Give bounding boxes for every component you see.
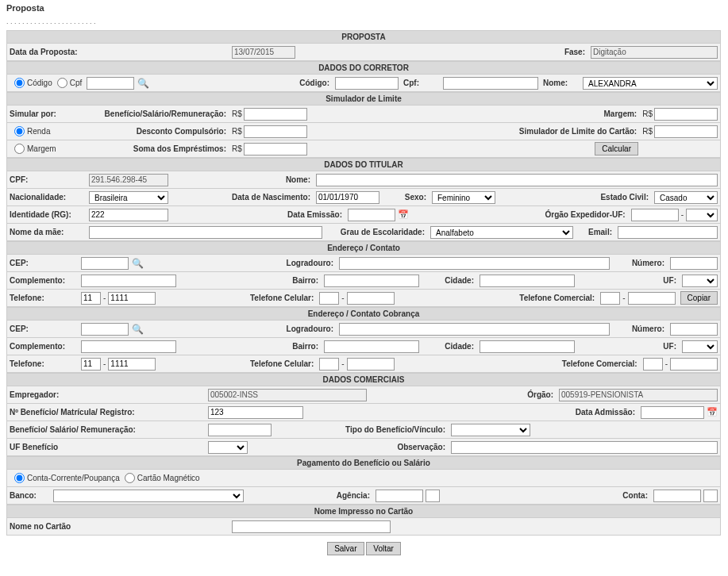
input-admissao[interactable]	[641, 406, 704, 419]
input-data-proposta	[232, 46, 295, 59]
label-radio-cartao-mag: Cartão Magnético	[137, 474, 200, 482]
input-complemento-cob[interactable]	[81, 340, 176, 353]
input-logradouro-cob[interactable]	[339, 323, 610, 336]
select-banco[interactable]	[53, 490, 244, 502]
section-pagamento: Pagamento do Benefício ou Salário	[6, 456, 721, 470]
input-remun[interactable]	[208, 424, 272, 436]
input-cep[interactable]	[81, 257, 129, 270]
label-radio-codigo: Código	[27, 79, 52, 87]
input-bairro[interactable]	[324, 275, 419, 287]
search-icon[interactable]: 🔍	[132, 324, 144, 335]
label-cidade: Cidade:	[422, 275, 477, 286]
input-tel-num[interactable]	[108, 292, 156, 305]
input-mae[interactable]	[89, 226, 322, 239]
label-nascimento: Data de Nascimento:	[171, 192, 314, 202]
input-numero[interactable]	[670, 257, 718, 270]
label-escolaridade: Grau de Escolaridade:	[325, 227, 428, 237]
input-corretor-busca[interactable]	[87, 77, 134, 90]
input-telcom-ddd[interactable]	[600, 292, 620, 305]
radio-margem[interactable]	[14, 144, 25, 154]
radio-cartao-mag[interactable]	[125, 473, 135, 483]
input-logradouro[interactable]	[339, 257, 610, 270]
input-emissao[interactable]	[348, 209, 395, 221]
input-beneficio-sim[interactable]	[244, 108, 307, 121]
calendar-icon[interactable]: 📅	[398, 209, 409, 220]
label-identidade: Identidade (RG):	[7, 209, 87, 220]
section-titular: DADOS DO TITULAR	[6, 158, 721, 171]
select-estadocivil[interactable]: Casado	[654, 191, 718, 204]
calendar-icon[interactable]: 📅	[707, 407, 718, 417]
input-telcel-ddd-cob[interactable]	[319, 358, 339, 371]
select-tipo[interactable]	[451, 424, 530, 436]
search-icon[interactable]: 🔍	[132, 258, 144, 269]
input-agencia[interactable]	[376, 490, 423, 502]
input-orgao-exp[interactable]	[631, 209, 679, 221]
input-telcom-num-cob[interactable]	[670, 358, 718, 371]
input-agencia-dv[interactable]	[426, 490, 440, 502]
input-email[interactable]	[618, 226, 718, 239]
search-icon[interactable]: 🔍	[137, 78, 149, 89]
radio-conta[interactable]	[14, 473, 25, 483]
input-telcel-num[interactable]	[347, 292, 395, 305]
label-orgao-exp: Órgão Expedidor-UF:	[411, 209, 629, 220]
prefix-rs: R$	[232, 144, 242, 153]
input-bairro-cob[interactable]	[324, 340, 419, 353]
label-obs: Observação:	[250, 442, 449, 452]
input-conta[interactable]	[653, 490, 701, 502]
input-soma[interactable]	[244, 143, 307, 156]
input-complemento[interactable]	[81, 275, 176, 287]
radio-codigo[interactable]	[14, 78, 25, 88]
radio-cpf[interactable]	[57, 78, 67, 88]
label-telcom-cob: Telefone Comercial:	[397, 359, 641, 369]
label-agencia: Agência:	[246, 490, 373, 501]
input-margem[interactable]	[654, 108, 718, 121]
label-cpf-corretor: Cpf:	[401, 78, 441, 88]
input-cpf-corretor[interactable]	[443, 77, 538, 90]
label-nacionalidade: Nacionalidade:	[7, 192, 87, 202]
input-sim-cartao[interactable]	[654, 125, 718, 138]
section-endereco: Endereço / Contato	[6, 241, 721, 255]
copiar-button[interactable]: Copiar	[680, 291, 718, 305]
select-orgao-uf[interactable]	[686, 209, 718, 221]
input-cep-cob[interactable]	[81, 323, 129, 336]
voltar-button[interactable]: Voltar	[366, 542, 401, 555]
input-nascimento[interactable]	[316, 191, 379, 204]
input-telcom-num[interactable]	[628, 292, 676, 305]
calcular-button[interactable]: Calcular	[595, 142, 638, 156]
label-desconto: Desconto Compulsório:	[87, 126, 229, 136]
input-identidade[interactable]	[89, 209, 168, 221]
select-uf[interactable]	[682, 275, 718, 287]
input-tel-ddd[interactable]	[81, 292, 101, 305]
input-conta-dv[interactable]	[703, 490, 718, 502]
input-desconto[interactable]	[244, 125, 307, 138]
select-sexo[interactable]: Feminino	[432, 191, 495, 204]
input-telcom-ddd-cob[interactable]	[643, 358, 663, 371]
input-tel-ddd-cob[interactable]	[81, 358, 101, 371]
input-nome-cartao[interactable]	[232, 520, 391, 533]
input-cidade[interactable]	[480, 275, 575, 287]
salvar-button[interactable]: Salvar	[327, 542, 364, 555]
select-escolaridade[interactable]: Analfabeto	[430, 226, 573, 239]
label-telefone: Telefone:	[7, 293, 79, 303]
input-obs[interactable]	[451, 441, 718, 454]
input-codigo[interactable]	[335, 77, 399, 90]
select-ufben[interactable]	[208, 441, 248, 454]
input-tel-num-cob[interactable]	[108, 358, 156, 371]
label-simular-por: Simular por:	[7, 109, 87, 119]
input-cpf	[89, 174, 168, 186]
label-uf-cob: UF:	[577, 341, 680, 351]
input-telcel-ddd[interactable]	[319, 292, 339, 305]
select-uf-cob[interactable]	[682, 340, 718, 353]
input-empregador	[208, 389, 367, 401]
label-cidade-cob: Cidade:	[422, 341, 477, 351]
input-telcel-num-cob[interactable]	[347, 358, 395, 371]
radio-renda[interactable]	[14, 126, 25, 136]
input-nome-titular[interactable]	[316, 174, 718, 186]
select-nome-corretor[interactable]: ALEXANDRA	[583, 77, 718, 90]
label-cpf: CPF:	[7, 175, 87, 185]
input-cidade-cob[interactable]	[480, 340, 575, 353]
select-nacionalidade[interactable]: Brasileira	[89, 191, 168, 204]
input-numero-cob[interactable]	[670, 323, 718, 336]
label-mae: Nome da mãe:	[7, 227, 87, 237]
input-beneficio-num[interactable]	[208, 406, 303, 419]
